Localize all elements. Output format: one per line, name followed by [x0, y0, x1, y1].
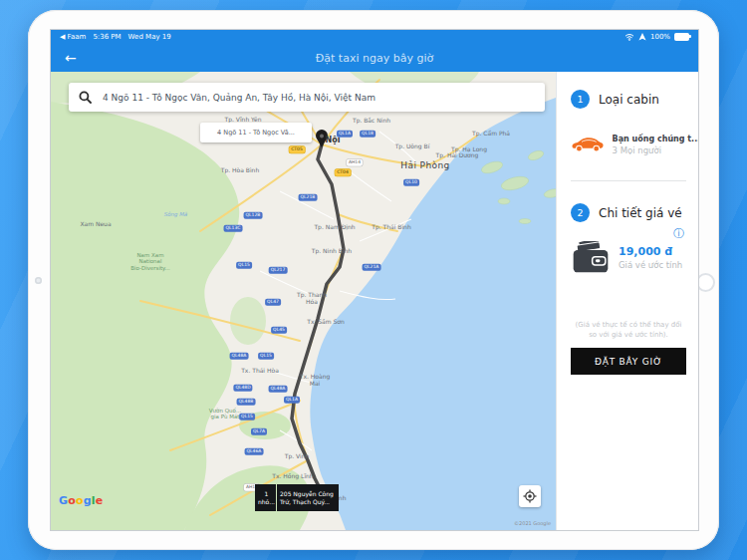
wallet-icon [571, 241, 611, 274]
search-bar[interactable] [69, 83, 545, 112]
destination-address: 205 Nguyễn Công Trứ, Thạch Quý... [277, 484, 339, 511]
battery-percent: 100% [650, 33, 670, 41]
step1-header: 1 Loại cabin [571, 90, 686, 109]
cabin-capacity: 3 Mọi người [613, 145, 686, 155]
fare-disclaimer: (Giá vé thực tế có thể thay đổi so với g… [571, 320, 686, 340]
battery-icon [674, 33, 689, 41]
step2-header: 2 Chi tiết giá vé [571, 203, 686, 222]
cabin-name: Bạn uống chúng t... [613, 135, 686, 143]
back-button[interactable]: ← [65, 44, 77, 72]
step2-title: Chi tiết giá vé [599, 206, 682, 220]
fare-info-icon[interactable]: ⓘ [673, 228, 684, 239]
page-title: Đặt taxi ngay bây giờ [316, 52, 433, 65]
route-duration: 1 nhỏ... [255, 484, 276, 511]
ipad-frame: ◀ Faam 5:36 PM Wed May 19 100% [28, 10, 719, 550]
app-header: ← Đặt taxi ngay bây giờ [51, 44, 698, 72]
google-logo: Google [59, 494, 104, 507]
step1-title: Loại cabin [599, 93, 659, 107]
return-to-app-link[interactable]: ◀ Faam [60, 33, 86, 41]
origin-address-tooltip[interactable]: 4 Ngõ 11 - Tô Ngọc Vâ... [200, 123, 312, 142]
pickup-address-input[interactable] [101, 92, 535, 104]
status-date: Wed May 19 [128, 33, 171, 41]
estimated-fare-value: 19,000 đ [619, 245, 682, 258]
wifi-icon [624, 33, 634, 41]
location-arrow-icon [638, 33, 646, 41]
panel-divider [571, 180, 686, 181]
destination-tooltip[interactable]: 1 nhỏ... 205 Nguyễn Công Trứ, Thạch Quý.… [255, 484, 339, 511]
status-time: 5:36 PM [93, 33, 121, 41]
status-bar: ◀ Faam 5:36 PM Wed May 19 100% [51, 30, 698, 44]
map-copyright: ©2021 Google [514, 520, 551, 526]
step2-number-badge: 2 [571, 203, 590, 222]
map[interactable]: Tp. Vĩnh YênTp. Bắc NinhNộiTp. Hải Dương… [51, 72, 556, 530]
front-camera [35, 277, 42, 284]
crosshair-icon [523, 489, 537, 503]
car-icon [571, 133, 605, 156]
booking-panel: 1 Loại cabin Bạn uống chúng t... 3 Mọi [556, 72, 698, 530]
my-location-button[interactable] [519, 485, 541, 507]
fare-row: 19,000 đ Giá vé ước tính [571, 241, 686, 274]
origin-address-text: 4 Ngõ 11 - Tô Ngọc Vâ... [217, 129, 295, 137]
page-background: ◀ Faam 5:36 PM Wed May 19 100% [0, 0, 747, 560]
search-icon [79, 91, 92, 104]
step1-number-badge: 1 [571, 90, 590, 109]
estimated-fare-label: Giá vé ước tính [619, 260, 682, 270]
cabin-option[interactable]: Bạn uống chúng t... 3 Mọi người [571, 133, 686, 156]
app-screen: ◀ Faam 5:36 PM Wed May 19 100% [50, 29, 699, 531]
book-now-button[interactable]: ĐẶT BÂY GIỜ [571, 348, 686, 375]
